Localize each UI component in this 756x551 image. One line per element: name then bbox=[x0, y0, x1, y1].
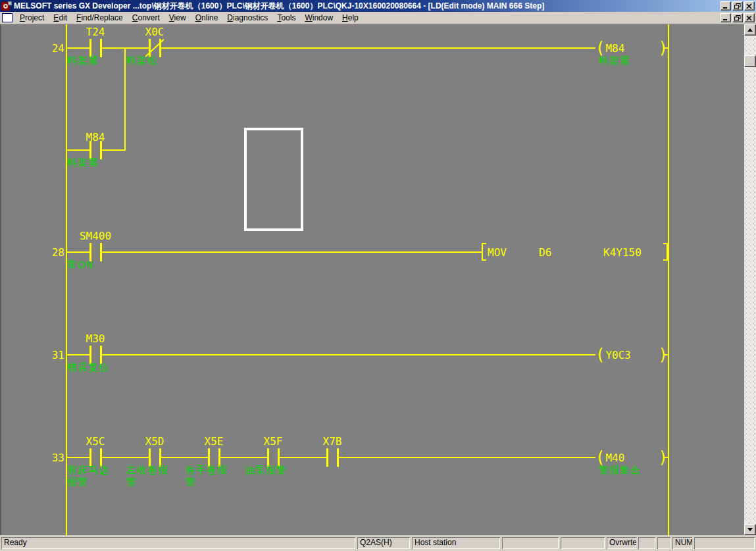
wire-segment bbox=[339, 457, 595, 458]
rung-31-step-number: 31 bbox=[39, 349, 64, 361]
restore-button[interactable] bbox=[732, 1, 743, 11]
menu-edit[interactable]: Edit bbox=[49, 12, 72, 24]
status-empty-panel bbox=[561, 537, 605, 549]
contact-comment: 料架紧 bbox=[67, 157, 118, 169]
instruction-close-bracket bbox=[663, 243, 668, 261]
contact-device-label: SM400 bbox=[66, 230, 125, 242]
status-station: Host station bbox=[412, 537, 500, 549]
status-empty-panel bbox=[638, 537, 655, 549]
gx-developer-window: MELSOFT series GX Developer ...top\钢材开卷机… bbox=[0, 0, 756, 551]
status-bar: Ready Q2AS(H) Host station Ovrwrte NUM bbox=[0, 535, 756, 551]
coil-device-label: Y0C3 bbox=[605, 349, 631, 361]
wire-segment bbox=[280, 457, 326, 458]
close-button[interactable] bbox=[744, 1, 755, 11]
menu-window[interactable]: Window bbox=[300, 12, 338, 24]
coil-open-paren: ( bbox=[595, 450, 605, 465]
rung-33-step-number: 33 bbox=[39, 452, 64, 464]
instruction-dest: K4Y150 bbox=[603, 246, 642, 259]
menu-bar: Project Edit Find/Replace Convert View O… bbox=[0, 12, 756, 24]
status-plc-type: Q2AS(H) bbox=[357, 537, 410, 549]
wire-segment bbox=[664, 457, 668, 458]
coil-comment: 料架紧 bbox=[599, 55, 650, 66]
vertical-scrollbar[interactable] bbox=[744, 24, 756, 535]
app-icon bbox=[1, 1, 12, 11]
menu-online[interactable]: Online bbox=[191, 12, 223, 24]
wire-segment bbox=[102, 251, 482, 253]
contact-comment: 料架紧 bbox=[67, 55, 118, 66]
mdi-restore-button[interactable] bbox=[732, 13, 743, 22]
menu-tools[interactable]: Tools bbox=[272, 12, 300, 24]
document-icon[interactable] bbox=[2, 13, 13, 22]
contact-device-label: M30 bbox=[66, 332, 125, 345]
edit-cursor bbox=[244, 128, 303, 231]
menu-diagnostics[interactable]: Diagnostics bbox=[222, 12, 272, 24]
ladder-editor[interactable]: 24 T24 料架紧 X0C 料架松 (M84) 料架紧 M84 料架紧 28 bbox=[0, 24, 744, 535]
contact-device-label: X5E bbox=[184, 435, 243, 448]
wire-segment bbox=[102, 149, 126, 151]
instruction-opcode: MOV bbox=[488, 246, 507, 259]
menu-project[interactable]: Project bbox=[15, 12, 49, 24]
wire-segment bbox=[161, 457, 208, 458]
wire-segment bbox=[66, 149, 90, 151]
contact-device-label: M84 bbox=[66, 131, 125, 144]
coil-open-paren: ( bbox=[595, 40, 605, 56]
wire-segment bbox=[66, 47, 90, 49]
title-bar: MELSOFT series GX Developer ...top\钢材开卷机… bbox=[0, 0, 756, 12]
window-title: MELSOFT series GX Developer ...top\钢材开卷机… bbox=[14, 1, 719, 12]
contact-comment: 油泵报警 bbox=[245, 464, 296, 476]
mdi-close-button[interactable] bbox=[744, 13, 755, 22]
left-power-rail bbox=[66, 24, 67, 535]
wire-segment bbox=[102, 354, 595, 355]
wire-segment bbox=[220, 457, 267, 458]
scroll-down-button[interactable] bbox=[744, 524, 756, 535]
contact-comment: 剪床马达报警 bbox=[67, 464, 118, 488]
wire-segment bbox=[66, 457, 90, 458]
contact-leg bbox=[326, 448, 328, 467]
contact-comment: 左收卷报警 bbox=[126, 464, 178, 488]
contact-comment: 错误复位 bbox=[67, 361, 118, 373]
menu-convert[interactable]: Convert bbox=[128, 12, 164, 24]
mdi-minimize-button[interactable] bbox=[720, 13, 731, 22]
wire-segment bbox=[664, 354, 668, 355]
menu-view[interactable]: View bbox=[164, 12, 191, 24]
coil-y0c3: (Y0C3) bbox=[595, 346, 668, 363]
scroll-up-button[interactable] bbox=[744, 24, 756, 36]
contact-comment: 料架松 bbox=[126, 55, 178, 66]
scrollbar-thumb[interactable] bbox=[744, 55, 756, 67]
instruction-open-bracket bbox=[482, 243, 486, 261]
status-empty-panel bbox=[502, 537, 559, 549]
coil-device-label: M84 bbox=[605, 42, 624, 55]
contact-device-label: X0C bbox=[125, 26, 184, 38]
minimize-button[interactable] bbox=[720, 1, 731, 11]
contact-comment: 常ON bbox=[67, 259, 118, 271]
coil-open-paren: ( bbox=[595, 347, 605, 363]
wire-segment bbox=[66, 251, 90, 253]
wire-segment bbox=[66, 354, 90, 355]
contact-device-label: X7B bbox=[303, 435, 362, 448]
wire-segment bbox=[664, 47, 668, 49]
contact-device-label: X5C bbox=[66, 435, 125, 448]
status-empty-panel bbox=[694, 537, 755, 549]
editor-left-edge bbox=[0, 24, 1, 535]
menu-help[interactable]: Help bbox=[338, 12, 363, 24]
status-mode: Ovrwrte bbox=[607, 537, 636, 549]
wire-segment bbox=[161, 47, 595, 49]
rung-24-step-number: 24 bbox=[39, 42, 64, 55]
wire-segment bbox=[102, 457, 149, 458]
contact-comment: 有手卷报警 bbox=[186, 464, 237, 488]
instruction-source: D6 bbox=[539, 246, 551, 259]
status-message: Ready bbox=[1, 537, 355, 549]
contact-device-label: X5F bbox=[243, 435, 303, 448]
coil-device-label: M40 bbox=[605, 452, 624, 464]
status-empty-panel bbox=[657, 537, 670, 549]
coil-comment: 警报集合 bbox=[599, 464, 650, 476]
status-keyboard: NUM bbox=[672, 537, 692, 549]
menu-find-replace[interactable]: Find/Replace bbox=[72, 12, 128, 24]
contact-device-label: X5D bbox=[125, 435, 184, 448]
contact-device-label: T24 bbox=[66, 26, 125, 38]
rung-28-step-number: 28 bbox=[39, 246, 64, 259]
right-power-rail bbox=[668, 24, 669, 535]
